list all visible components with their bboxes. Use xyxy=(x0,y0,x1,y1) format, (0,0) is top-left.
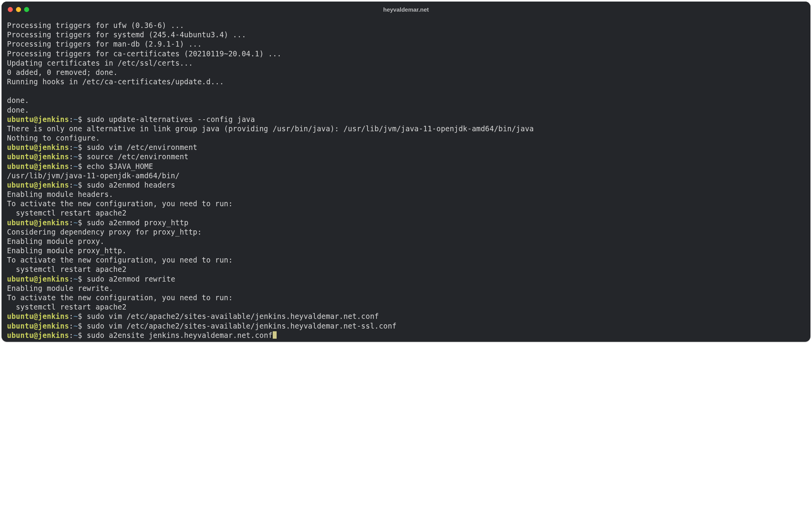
terminal-window: heyvaldemar.net Processing triggers for … xyxy=(2,2,810,342)
output-text: Processing triggers for ufw (0.36-6) ... xyxy=(7,21,184,30)
command-text: echo $JAVA_HOME xyxy=(82,162,153,171)
prompt-marker: $ xyxy=(78,322,82,330)
prompt-line: ubuntu@jenkins:~$ source /etc/environmen… xyxy=(7,152,805,162)
prompt-marker: $ xyxy=(78,162,82,171)
output-text: Processing triggers for man-db (2.9.1-1)… xyxy=(7,40,202,48)
output-line: Processing triggers for systemd (245.4-4… xyxy=(7,30,805,40)
prompt-user-host: ubuntu@jenkins xyxy=(7,153,69,161)
output-line: To activate the new configuration, you n… xyxy=(7,293,805,303)
prompt-cwd: ~ xyxy=(73,143,78,151)
prompt-separator: : xyxy=(69,312,73,320)
command-text: sudo vim /etc/apache2/sites-available/je… xyxy=(82,312,379,320)
output-text: Enabling module proxy_http. xyxy=(7,247,127,255)
output-text: Nothing to configure. xyxy=(7,134,100,142)
output-line: systemctl restart apache2 xyxy=(7,265,805,274)
prompt-separator: : xyxy=(69,275,73,283)
prompt-line: ubuntu@jenkins:~$ sudo a2ensite jenkins.… xyxy=(7,331,805,340)
prompt-user-host: ubuntu@jenkins xyxy=(7,181,69,189)
output-text: Enabling module headers. xyxy=(7,190,113,198)
output-text: done. xyxy=(7,106,29,114)
prompt-marker: $ xyxy=(78,181,82,189)
prompt-cwd: ~ xyxy=(73,162,78,171)
prompt-separator: : xyxy=(69,162,73,171)
traffic-lights xyxy=(8,7,29,12)
output-text: 0 added, 0 removed; done. xyxy=(7,68,118,77)
output-text xyxy=(7,87,11,95)
command-text: sudo a2enmod proxy_http xyxy=(82,219,188,227)
command-text: sudo vim /etc/apache2/sites-available/je… xyxy=(82,322,397,330)
prompt-line: ubuntu@jenkins:~$ echo $JAVA_HOME xyxy=(7,162,805,171)
prompt-user-host: ubuntu@jenkins xyxy=(7,312,69,320)
prompt-line: ubuntu@jenkins:~$ sudo vim /etc/apache2/… xyxy=(7,312,805,321)
output-text: systemctl restart apache2 xyxy=(7,303,127,311)
prompt-user-host: ubuntu@jenkins xyxy=(7,322,69,330)
output-line: Processing triggers for man-db (2.9.1-1)… xyxy=(7,40,805,49)
output-text: To activate the new configuration, you n… xyxy=(7,200,233,208)
command-text: sudo update-alternatives --config java xyxy=(82,115,255,124)
command-text: sudo a2enmod headers xyxy=(82,181,175,189)
output-line: There is only one alternative in link gr… xyxy=(7,124,805,134)
minimize-icon[interactable] xyxy=(16,7,21,12)
close-icon[interactable] xyxy=(8,7,13,12)
cursor-icon xyxy=(273,331,277,339)
output-line: Processing triggers for ca-certificates … xyxy=(7,49,805,59)
output-text: There is only one alternative in link gr… xyxy=(7,125,534,133)
output-text: Enabling module proxy. xyxy=(7,237,105,245)
prompt-separator: : xyxy=(69,143,73,151)
prompt-cwd: ~ xyxy=(73,153,78,161)
prompt-cwd: ~ xyxy=(73,219,78,227)
prompt-user-host: ubuntu@jenkins xyxy=(7,331,69,339)
output-line: To activate the new configuration, you n… xyxy=(7,256,805,265)
prompt-user-host: ubuntu@jenkins xyxy=(7,162,69,171)
command-text: sudo a2enmod rewrite xyxy=(82,275,175,283)
titlebar: heyvaldemar.net xyxy=(2,2,810,17)
output-line: 0 added, 0 removed; done. xyxy=(7,68,805,77)
output-line: systemctl restart apache2 xyxy=(7,303,805,312)
command-text: sudo a2ensite jenkins.heyvaldemar.net.co… xyxy=(82,331,273,339)
output-line: Updating certificates in /etc/ssl/certs.… xyxy=(7,59,805,68)
prompt-marker: $ xyxy=(78,312,82,320)
prompt-separator: : xyxy=(69,115,73,124)
output-line: Considering dependency proxy for proxy_h… xyxy=(7,228,805,237)
output-text: To activate the new configuration, you n… xyxy=(7,294,233,302)
output-line: Processing triggers for ufw (0.36-6) ... xyxy=(7,21,805,30)
output-line: Running hooks in /etc/ca-certificates/up… xyxy=(7,77,805,87)
output-text: Updating certificates in /etc/ssl/certs.… xyxy=(7,59,193,67)
output-line: Enabling module headers. xyxy=(7,190,805,199)
maximize-icon[interactable] xyxy=(24,7,29,12)
output-line: Nothing to configure. xyxy=(7,134,805,143)
output-text: Enabling module rewrite. xyxy=(7,284,113,292)
output-line xyxy=(7,87,805,96)
output-text: /usr/lib/jvm/java-11-openjdk-amd64/bin/ xyxy=(7,172,179,180)
prompt-separator: : xyxy=(69,219,73,227)
prompt-marker: $ xyxy=(78,331,82,339)
prompt-marker: $ xyxy=(78,115,82,124)
prompt-separator: : xyxy=(69,153,73,161)
prompt-marker: $ xyxy=(78,153,82,161)
output-line: systemctl restart apache2 xyxy=(7,209,805,218)
prompt-separator: : xyxy=(69,322,73,330)
prompt-marker: $ xyxy=(78,275,82,283)
prompt-line: ubuntu@jenkins:~$ sudo a2enmod rewrite xyxy=(7,275,805,284)
prompt-cwd: ~ xyxy=(73,312,78,320)
command-text: source /etc/environment xyxy=(82,153,188,161)
prompt-line: ubuntu@jenkins:~$ sudo vim /etc/environm… xyxy=(7,143,805,152)
output-line: done. xyxy=(7,106,805,115)
output-line: /usr/lib/jvm/java-11-openjdk-amd64/bin/ xyxy=(7,171,805,181)
prompt-user-host: ubuntu@jenkins xyxy=(7,143,69,151)
prompt-user-host: ubuntu@jenkins xyxy=(7,275,69,283)
output-line: To activate the new configuration, you n… xyxy=(7,199,805,209)
output-text: Processing triggers for ca-certificates … xyxy=(7,50,281,58)
command-text: sudo vim /etc/environment xyxy=(82,143,197,151)
prompt-user-host: ubuntu@jenkins xyxy=(7,219,69,227)
prompt-cwd: ~ xyxy=(73,181,78,189)
prompt-separator: : xyxy=(69,181,73,189)
output-text: systemctl restart apache2 xyxy=(7,209,127,217)
output-line: Enabling module proxy. xyxy=(7,237,805,246)
output-text: done. xyxy=(7,96,29,104)
terminal-body[interactable]: Processing triggers for ufw (0.36-6) ...… xyxy=(2,17,810,342)
prompt-line: ubuntu@jenkins:~$ sudo update-alternativ… xyxy=(7,115,805,124)
prompt-cwd: ~ xyxy=(73,322,78,330)
prompt-line: ubuntu@jenkins:~$ sudo a2enmod headers xyxy=(7,181,805,190)
output-text: To activate the new configuration, you n… xyxy=(7,256,233,264)
